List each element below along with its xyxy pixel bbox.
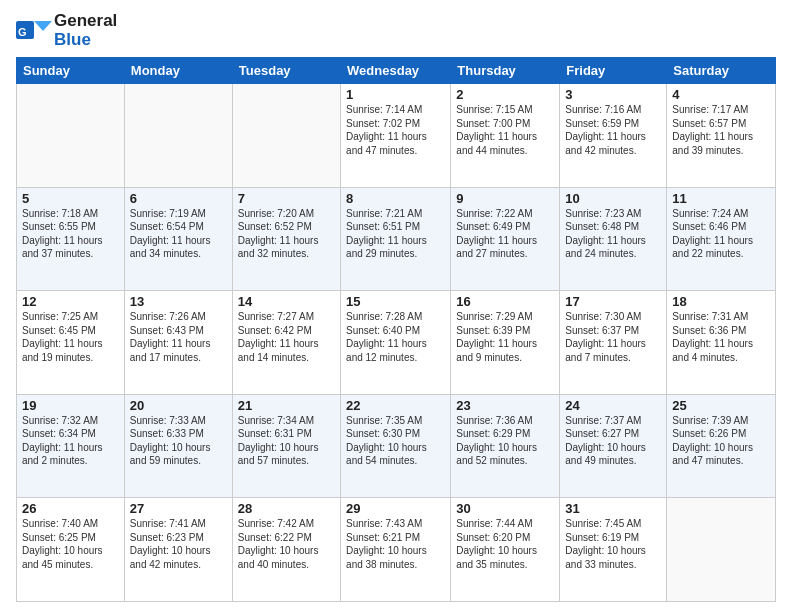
- table-row: 8Sunrise: 7:21 AM Sunset: 6:51 PM Daylig…: [341, 187, 451, 291]
- day-info: Sunrise: 7:37 AM Sunset: 6:27 PM Dayligh…: [565, 414, 661, 468]
- day-number: 13: [130, 294, 227, 309]
- table-row: 21Sunrise: 7:34 AM Sunset: 6:31 PM Dayli…: [232, 394, 340, 498]
- table-row: [667, 498, 776, 602]
- day-number: 2: [456, 87, 554, 102]
- table-row: 5Sunrise: 7:18 AM Sunset: 6:55 PM Daylig…: [17, 187, 125, 291]
- day-number: 1: [346, 87, 445, 102]
- calendar-week-row: 1Sunrise: 7:14 AM Sunset: 7:02 PM Daylig…: [17, 84, 776, 188]
- day-number: 9: [456, 191, 554, 206]
- day-info: Sunrise: 7:17 AM Sunset: 6:57 PM Dayligh…: [672, 103, 770, 157]
- col-tuesday: Tuesday: [232, 58, 340, 84]
- day-number: 28: [238, 501, 335, 516]
- day-number: 27: [130, 501, 227, 516]
- day-info: Sunrise: 7:14 AM Sunset: 7:02 PM Dayligh…: [346, 103, 445, 157]
- day-number: 19: [22, 398, 119, 413]
- day-number: 17: [565, 294, 661, 309]
- table-row: 26Sunrise: 7:40 AM Sunset: 6:25 PM Dayli…: [17, 498, 125, 602]
- col-thursday: Thursday: [451, 58, 560, 84]
- table-row: 30Sunrise: 7:44 AM Sunset: 6:20 PM Dayli…: [451, 498, 560, 602]
- table-row: 11Sunrise: 7:24 AM Sunset: 6:46 PM Dayli…: [667, 187, 776, 291]
- day-info: Sunrise: 7:23 AM Sunset: 6:48 PM Dayligh…: [565, 207, 661, 261]
- table-row: 28Sunrise: 7:42 AM Sunset: 6:22 PM Dayli…: [232, 498, 340, 602]
- table-row: 20Sunrise: 7:33 AM Sunset: 6:33 PM Dayli…: [124, 394, 232, 498]
- day-info: Sunrise: 7:22 AM Sunset: 6:49 PM Dayligh…: [456, 207, 554, 261]
- day-info: Sunrise: 7:15 AM Sunset: 7:00 PM Dayligh…: [456, 103, 554, 157]
- calendar-week-row: 26Sunrise: 7:40 AM Sunset: 6:25 PM Dayli…: [17, 498, 776, 602]
- day-info: Sunrise: 7:24 AM Sunset: 6:46 PM Dayligh…: [672, 207, 770, 261]
- table-row: 9Sunrise: 7:22 AM Sunset: 6:49 PM Daylig…: [451, 187, 560, 291]
- day-info: Sunrise: 7:41 AM Sunset: 6:23 PM Dayligh…: [130, 517, 227, 571]
- col-sunday: Sunday: [17, 58, 125, 84]
- table-row: [17, 84, 125, 188]
- table-row: [124, 84, 232, 188]
- day-info: Sunrise: 7:30 AM Sunset: 6:37 PM Dayligh…: [565, 310, 661, 364]
- day-number: 20: [130, 398, 227, 413]
- day-number: 16: [456, 294, 554, 309]
- calendar-header-row: Sunday Monday Tuesday Wednesday Thursday…: [17, 58, 776, 84]
- day-number: 14: [238, 294, 335, 309]
- table-row: 10Sunrise: 7:23 AM Sunset: 6:48 PM Dayli…: [560, 187, 667, 291]
- table-row: 29Sunrise: 7:43 AM Sunset: 6:21 PM Dayli…: [341, 498, 451, 602]
- col-saturday: Saturday: [667, 58, 776, 84]
- day-number: 5: [22, 191, 119, 206]
- day-info: Sunrise: 7:16 AM Sunset: 6:59 PM Dayligh…: [565, 103, 661, 157]
- table-row: 31Sunrise: 7:45 AM Sunset: 6:19 PM Dayli…: [560, 498, 667, 602]
- table-row: 17Sunrise: 7:30 AM Sunset: 6:37 PM Dayli…: [560, 291, 667, 395]
- day-info: Sunrise: 7:21 AM Sunset: 6:51 PM Dayligh…: [346, 207, 445, 261]
- table-row: 14Sunrise: 7:27 AM Sunset: 6:42 PM Dayli…: [232, 291, 340, 395]
- day-number: 10: [565, 191, 661, 206]
- day-number: 3: [565, 87, 661, 102]
- day-info: Sunrise: 7:26 AM Sunset: 6:43 PM Dayligh…: [130, 310, 227, 364]
- day-number: 22: [346, 398, 445, 413]
- day-info: Sunrise: 7:20 AM Sunset: 6:52 PM Dayligh…: [238, 207, 335, 261]
- table-row: 2Sunrise: 7:15 AM Sunset: 7:00 PM Daylig…: [451, 84, 560, 188]
- day-info: Sunrise: 7:18 AM Sunset: 6:55 PM Dayligh…: [22, 207, 119, 261]
- day-number: 30: [456, 501, 554, 516]
- calendar-table: Sunday Monday Tuesday Wednesday Thursday…: [16, 57, 776, 602]
- day-info: Sunrise: 7:33 AM Sunset: 6:33 PM Dayligh…: [130, 414, 227, 468]
- logo: G General Blue: [16, 12, 117, 49]
- day-number: 15: [346, 294, 445, 309]
- table-row: 18Sunrise: 7:31 AM Sunset: 6:36 PM Dayli…: [667, 291, 776, 395]
- page: G General Blue Sunday Monday: [0, 0, 792, 612]
- day-number: 6: [130, 191, 227, 206]
- day-info: Sunrise: 7:40 AM Sunset: 6:25 PM Dayligh…: [22, 517, 119, 571]
- table-row: 7Sunrise: 7:20 AM Sunset: 6:52 PM Daylig…: [232, 187, 340, 291]
- table-row: 15Sunrise: 7:28 AM Sunset: 6:40 PM Dayli…: [341, 291, 451, 395]
- col-wednesday: Wednesday: [341, 58, 451, 84]
- day-info: Sunrise: 7:43 AM Sunset: 6:21 PM Dayligh…: [346, 517, 445, 571]
- table-row: 19Sunrise: 7:32 AM Sunset: 6:34 PM Dayli…: [17, 394, 125, 498]
- logo-icon: G: [16, 17, 52, 45]
- table-row: 6Sunrise: 7:19 AM Sunset: 6:54 PM Daylig…: [124, 187, 232, 291]
- table-row: [232, 84, 340, 188]
- day-number: 23: [456, 398, 554, 413]
- day-info: Sunrise: 7:25 AM Sunset: 6:45 PM Dayligh…: [22, 310, 119, 364]
- table-row: 23Sunrise: 7:36 AM Sunset: 6:29 PM Dayli…: [451, 394, 560, 498]
- day-info: Sunrise: 7:28 AM Sunset: 6:40 PM Dayligh…: [346, 310, 445, 364]
- day-number: 25: [672, 398, 770, 413]
- day-number: 4: [672, 87, 770, 102]
- day-info: Sunrise: 7:31 AM Sunset: 6:36 PM Dayligh…: [672, 310, 770, 364]
- day-info: Sunrise: 7:35 AM Sunset: 6:30 PM Dayligh…: [346, 414, 445, 468]
- day-info: Sunrise: 7:36 AM Sunset: 6:29 PM Dayligh…: [456, 414, 554, 468]
- day-info: Sunrise: 7:34 AM Sunset: 6:31 PM Dayligh…: [238, 414, 335, 468]
- calendar-week-row: 19Sunrise: 7:32 AM Sunset: 6:34 PM Dayli…: [17, 394, 776, 498]
- table-row: 25Sunrise: 7:39 AM Sunset: 6:26 PM Dayli…: [667, 394, 776, 498]
- logo-general: General: [54, 11, 117, 30]
- day-info: Sunrise: 7:27 AM Sunset: 6:42 PM Dayligh…: [238, 310, 335, 364]
- table-row: 27Sunrise: 7:41 AM Sunset: 6:23 PM Dayli…: [124, 498, 232, 602]
- day-number: 26: [22, 501, 119, 516]
- day-info: Sunrise: 7:19 AM Sunset: 6:54 PM Dayligh…: [130, 207, 227, 261]
- table-row: 22Sunrise: 7:35 AM Sunset: 6:30 PM Dayli…: [341, 394, 451, 498]
- col-friday: Friday: [560, 58, 667, 84]
- svg-text:G: G: [18, 26, 27, 38]
- day-number: 24: [565, 398, 661, 413]
- table-row: 13Sunrise: 7:26 AM Sunset: 6:43 PM Dayli…: [124, 291, 232, 395]
- day-info: Sunrise: 7:45 AM Sunset: 6:19 PM Dayligh…: [565, 517, 661, 571]
- table-row: 4Sunrise: 7:17 AM Sunset: 6:57 PM Daylig…: [667, 84, 776, 188]
- day-info: Sunrise: 7:29 AM Sunset: 6:39 PM Dayligh…: [456, 310, 554, 364]
- logo-blue: Blue: [54, 30, 91, 49]
- col-monday: Monday: [124, 58, 232, 84]
- calendar-week-row: 12Sunrise: 7:25 AM Sunset: 6:45 PM Dayli…: [17, 291, 776, 395]
- day-info: Sunrise: 7:42 AM Sunset: 6:22 PM Dayligh…: [238, 517, 335, 571]
